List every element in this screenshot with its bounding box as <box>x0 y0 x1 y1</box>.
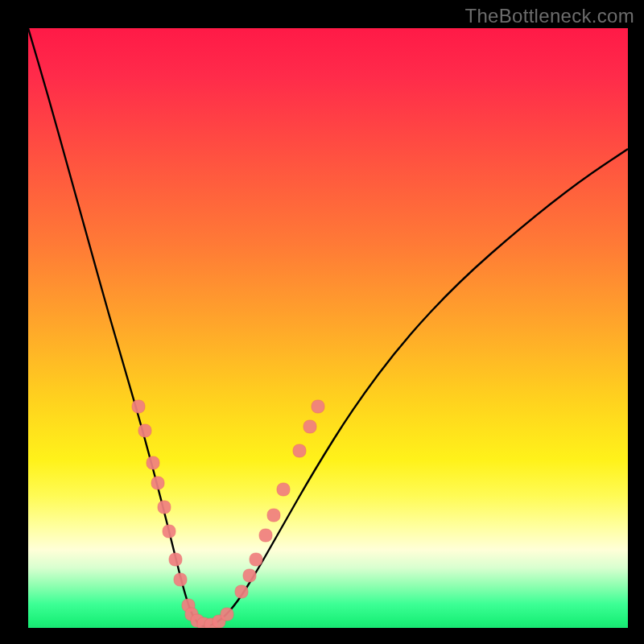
data-point <box>235 585 248 598</box>
data-point <box>303 420 316 433</box>
data-markers <box>132 400 324 628</box>
data-point <box>132 400 145 413</box>
data-point <box>163 525 175 538</box>
chart-frame: TheBottleneck.com <box>0 0 644 644</box>
data-point <box>259 529 272 542</box>
data-point <box>221 608 233 621</box>
data-point <box>267 509 280 522</box>
data-point <box>293 444 306 457</box>
watermark-text: TheBottleneck.com <box>464 5 634 27</box>
plot-area <box>28 28 628 628</box>
bottleneck-curve <box>28 28 628 626</box>
data-point <box>243 569 256 582</box>
chart-svg <box>28 28 628 628</box>
data-point <box>169 553 182 566</box>
data-point <box>147 456 159 469</box>
data-point <box>138 424 151 437</box>
data-point <box>158 501 171 514</box>
data-point <box>312 400 324 413</box>
data-point <box>151 477 164 489</box>
data-point <box>277 483 290 496</box>
data-point <box>250 553 262 566</box>
data-point <box>174 573 187 586</box>
